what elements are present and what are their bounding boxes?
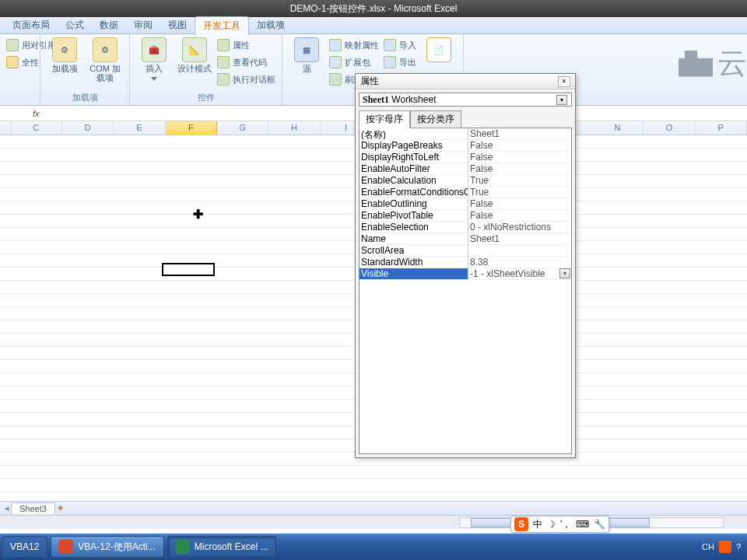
prop-value[interactable]: 8.38 [468, 257, 571, 268]
prop-row-scrollarea[interactable]: ScrollArea [359, 245, 571, 257]
prop-value[interactable]: Sheet1 [468, 128, 571, 140]
ime-zh[interactable]: 中 [533, 518, 542, 531]
col-head-e[interactable]: E [114, 121, 165, 135]
sheet-nav-icon[interactable]: ◂ [5, 503, 9, 513]
map-properties[interactable]: 映射属性 [329, 37, 379, 53]
sheet-tab-bar[interactable]: ◂ Sheet3 ✷ [0, 501, 747, 515]
properties-titlebar[interactable]: 属性 × [356, 74, 575, 89]
prop-row-enableselection[interactable]: EnableSelection0 - xlNoRestrictions [359, 222, 571, 233]
properties-close-button[interactable]: × [558, 76, 570, 87]
macro-security[interactable]: 全性 [6, 54, 39, 70]
expansion-packs[interactable]: 扩展包 [329, 54, 379, 70]
col-head-f[interactable]: F [166, 121, 217, 135]
properties-list[interactable]: (名称)Sheet1DisplayPageBreaksFalseDisplayR… [359, 128, 572, 454]
tab-review[interactable]: 审阅 [126, 16, 160, 34]
prop-value[interactable]: Sheet1 [468, 233, 571, 245]
prop-row-displaypagebreaks[interactable]: DisplayPageBreaksFalse [359, 140, 571, 152]
prop-value[interactable]: False [468, 152, 571, 163]
window-titlebar: DEMO-1-按钮控件.xlsx - Microsoft Excel [0, 0, 747, 17]
prop-value[interactable]: False [468, 198, 571, 210]
combo-dropdown-icon[interactable]: ▾ [556, 95, 567, 105]
prop-key: DisplayPageBreaks [359, 140, 468, 152]
cell-cursor-icon: ✚ [193, 207, 203, 222]
ribbon-tabs: 页面布局 公式 数据 审阅 视图 开发工具 加载项 [0, 17, 747, 34]
taskbar-vba12[interactable]: VBA12 [2, 536, 47, 558]
sheet-tab-sheet3[interactable]: Sheet3 [11, 502, 55, 514]
system-tray[interactable]: CH ? [702, 541, 747, 553]
col-head-n[interactable]: N [592, 121, 644, 135]
prop-row-enablecalculation[interactable]: EnableCalculationTrue [359, 175, 571, 187]
prop-key: EnableOutlining [359, 198, 468, 210]
doc-panel-button[interactable]: 📄 [421, 37, 457, 64]
prop-value[interactable]: False [468, 163, 571, 175]
prop-row-standardwidth[interactable]: StandardWidth8.38 [359, 257, 571, 268]
prop-row-visible[interactable]: Visible-1 - xlSheetVisible▾ [359, 268, 571, 280]
insert-button[interactable]: 🧰插入 [136, 37, 172, 82]
col-head-d[interactable]: D [62, 121, 114, 135]
prop-row-enableformatconditionsca[interactable]: EnableFormatConditionsCaTrue [359, 187, 571, 198]
tab-data[interactable]: 数据 [92, 16, 126, 34]
ime-punct[interactable]: '， [560, 518, 571, 531]
prop-row-enablepivottable[interactable]: EnablePivotTableFalse [359, 210, 571, 222]
ime-toolbar[interactable]: S 中 ☽ '， ⌨ 🔧 [510, 516, 609, 533]
prop-row-name[interactable]: NameSheet1 [359, 233, 571, 245]
tab-developer[interactable]: 开发工具 [195, 16, 249, 36]
prop-key: ScrollArea [359, 245, 468, 257]
tab-alphabetic[interactable]: 按字母序 [359, 110, 410, 128]
ime-menu-icon[interactable]: 🔧 [594, 519, 605, 530]
run-dialog-button[interactable]: 执行对话框 [217, 72, 275, 87]
prop-value[interactable]: False [468, 140, 571, 152]
view-code-button[interactable]: 查看代码 [217, 54, 275, 70]
tab-view[interactable]: 视图 [160, 16, 195, 34]
prop-key: DisplayRightToLeft [359, 152, 468, 163]
source-button[interactable]: ▦源 [289, 37, 324, 73]
group1-label [6, 102, 33, 103]
prop-value[interactable] [468, 245, 571, 257]
tab-pagelayout[interactable]: 页面布局 [5, 16, 58, 34]
fx-label: fx [26, 109, 46, 118]
col-head-blank[interactable] [0, 121, 11, 135]
import-button[interactable]: 导入 [384, 37, 416, 53]
addins-button[interactable]: ⚙加载项 [47, 37, 82, 73]
design-mode-button[interactable]: 📐设计模式 [177, 37, 212, 73]
prop-key: Visible [359, 268, 468, 280]
prop-row-displayrighttoleft[interactable]: DisplayRightToLeftFalse [359, 152, 571, 163]
properties-title-text: 属性 [360, 75, 379, 88]
com-addins-button[interactable]: ⚙COM 加载项 [87, 37, 123, 82]
windows-taskbar[interactable]: VBA12 VBA-12-使用Acti... Microsoft Excel .… [0, 534, 747, 560]
col-head-c[interactable]: C [11, 121, 62, 135]
prop-value[interactable]: False [468, 210, 571, 222]
prop-row-[interactable]: (名称)Sheet1 [359, 128, 571, 140]
ime-moon-icon[interactable]: ☽ [547, 519, 556, 530]
tray-sogou-icon[interactable] [719, 541, 731, 553]
cloud-icon [679, 51, 713, 77]
prop-value[interactable]: True [468, 187, 571, 198]
tab-categorized[interactable]: 按分类序 [410, 110, 461, 128]
ime-soft-keyboard-icon[interactable]: ⌨ [576, 519, 589, 530]
taskbar-excel[interactable]: Microsoft Excel ... [167, 536, 277, 558]
col-head-o[interactable]: O [644, 121, 695, 135]
tray-ch[interactable]: CH [702, 542, 714, 551]
col-head-h[interactable]: H [268, 121, 320, 135]
cell-selection[interactable] [162, 263, 215, 276]
sogou-icon[interactable]: S [514, 517, 528, 531]
prop-value-dropdown-icon[interactable]: ▾ [559, 268, 570, 278]
properties-window[interactable]: 属性 × Sheet1 Worksheet ▾ 按字母序 按分类序 (名称)Sh… [355, 73, 576, 458]
tab-addins[interactable]: 加载项 [249, 16, 293, 34]
prop-row-enableoutlining[interactable]: EnableOutliningFalse [359, 198, 571, 210]
taskbar-ppt[interactable]: VBA-12-使用Acti... [51, 536, 163, 558]
tab-formulas[interactable]: 公式 [58, 16, 92, 34]
new-sheet-icon[interactable]: ✷ [57, 503, 64, 513]
export-button[interactable]: 导出 [384, 54, 416, 70]
prop-key: (名称) [359, 128, 468, 140]
tray-question-icon[interactable]: ? [736, 542, 741, 551]
properties-button[interactable]: 属性 [217, 37, 275, 53]
properties-sort-tabs: 按字母序 按分类序 [359, 110, 572, 128]
prop-row-enableautofilter[interactable]: EnableAutoFilterFalse [359, 163, 571, 175]
prop-value[interactable]: -1 - xlSheetVisible▾ [468, 268, 571, 280]
col-head-g[interactable]: G [217, 121, 268, 135]
properties-object-combo[interactable]: Sheet1 Worksheet ▾ [359, 93, 572, 107]
prop-value[interactable]: True [468, 175, 571, 187]
prop-value[interactable]: 0 - xlNoRestrictions [468, 222, 571, 233]
col-head-p[interactable]: P [696, 121, 747, 135]
